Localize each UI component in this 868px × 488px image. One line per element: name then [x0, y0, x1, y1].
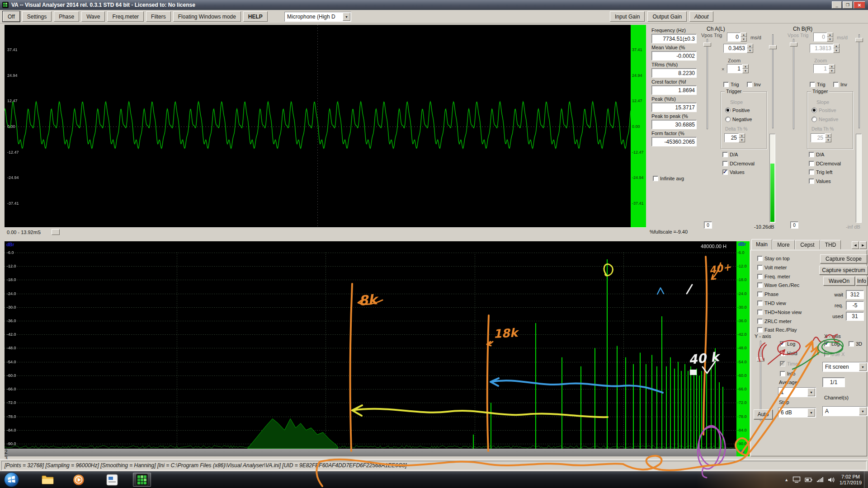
slider-thumb[interactable] — [757, 357, 764, 361]
auto-button[interactable]: Auto — [754, 409, 773, 419]
close-button[interactable]: ✕ — [854, 1, 865, 9]
chevron-down-icon[interactable]: ▼ — [807, 388, 815, 396]
taskbar-media-player-icon[interactable] — [70, 473, 88, 487]
chevron-down-icon[interactable]: ▼ — [859, 407, 867, 415]
channel-a-zoom-spin[interactable]: 1▲▼ — [727, 64, 749, 73]
tab-main[interactable]: Main — [751, 239, 772, 250]
spinner-buttons[interactable]: ▲▼ — [829, 64, 835, 73]
channel-b-dcremoval-checkbox[interactable]: DCremoval — [809, 161, 841, 166]
toolbar-button-help[interactable]: HELP — [243, 11, 268, 22]
channel-b-trig-level-spin[interactable]: 1.3813▲▼ — [810, 44, 840, 53]
channel-b-delta-spin[interactable]: 25▲▼ — [811, 133, 831, 142]
toolbar-button-floating-windows-mode[interactable]: Floating Windows mode — [173, 11, 241, 22]
channel-b-vpos-slider[interactable] — [789, 39, 798, 129]
chevron-down-icon[interactable]: ▼ — [343, 13, 350, 21]
channel-a-trig-level-spin[interactable]: 0.3453▲▼ — [723, 44, 753, 53]
option-freq-meter-checkbox[interactable]: Freq. meter — [757, 274, 790, 279]
spin-up-icon[interactable]: ▲ — [742, 64, 749, 69]
channel-a-delta-spin[interactable]: 25▲▼ — [724, 133, 745, 142]
y-hold-checkbox[interactable]: Hold — [780, 351, 797, 356]
tab-cepst[interactable]: Cepst — [795, 240, 820, 249]
spin-up-icon[interactable]: ▲ — [829, 64, 835, 69]
spin-down-icon[interactable]: ▼ — [747, 48, 753, 53]
spin-up-icon[interactable]: ▲ — [739, 133, 745, 138]
option-wave-gen-rec-checkbox[interactable]: Wave Gen./Rec — [757, 282, 799, 288]
option-fast-rec-play-checkbox[interactable]: Fast Rec./Play — [757, 327, 797, 333]
tray-network-icon[interactable] — [816, 477, 824, 483]
toolbar-button-about[interactable]: About — [689, 11, 713, 22]
measurement-value[interactable]: -0.0002 — [651, 51, 697, 61]
taskbar-clock[interactable]: 7:02 PM 1/17/2019 — [840, 474, 862, 486]
spin-down-icon[interactable]: ▼ — [827, 37, 833, 42]
toolbar-button-settings[interactable]: Settings — [22, 11, 52, 22]
spinner-buttons[interactable]: ▲▼ — [827, 33, 833, 42]
option-stay-on-top-checkbox[interactable]: Stay on top — [757, 256, 790, 261]
slider-thumb[interactable] — [790, 42, 797, 47]
spin-down-icon[interactable]: ▼ — [739, 138, 745, 142]
capture-spectrum-button[interactable]: Capture spectrum — [819, 266, 868, 275]
average-select[interactable]: 1▼ — [778, 387, 816, 397]
channel-b-values-checkbox[interactable]: Values — [809, 178, 831, 184]
channel-a-trig-checkbox[interactable]: Trig — [723, 82, 739, 87]
spinner-buttons[interactable]: ▲▼ — [825, 133, 831, 142]
channel-b-d-a-checkbox[interactable]: D/A — [809, 152, 824, 157]
spinner-buttons[interactable]: ▲▼ — [741, 33, 747, 42]
step-select[interactable]: 6 dB▼ — [778, 408, 816, 418]
tray-battery-icon[interactable] — [805, 477, 812, 483]
channel-a-values-checkbox[interactable]: Values — [722, 169, 745, 175]
tray-expand-icon[interactable]: ▲ — [784, 478, 788, 482]
channel-b-slope-positive-radio[interactable]: Positive — [811, 108, 836, 113]
spin-down-icon[interactable]: ▼ — [833, 48, 840, 53]
spinner-buttons[interactable]: ▲▼ — [747, 44, 753, 53]
channel-b-zoom-spin[interactable]: 1▲▼ — [813, 64, 835, 73]
scope-scrollbar-thumb[interactable] — [52, 229, 60, 235]
measurement-value[interactable]: 15.3717 — [651, 103, 697, 112]
channel-a-dcremoval-checkbox[interactable]: DCremoval — [722, 161, 755, 166]
channel-a-trig-slider[interactable] — [769, 34, 777, 128]
channel-a-inv-checkbox[interactable]: Inv — [747, 82, 761, 87]
measurement-value[interactable]: 7734.51(±0.3 — [651, 34, 697, 43]
channel-b-inv-checkbox[interactable]: Inv — [833, 82, 847, 87]
taskbar-visual-analyser-icon[interactable] — [133, 473, 151, 487]
slider-thumb[interactable] — [769, 45, 777, 49]
minimize-button[interactable]: _ — [832, 1, 842, 9]
x-log-checkbox[interactable]: Log — [824, 341, 840, 347]
channel-a-msd-spin[interactable]: 0▲▼ — [727, 33, 747, 42]
spin-up-icon[interactable]: ▲ — [833, 44, 840, 48]
option-thd-noise-view-checkbox[interactable]: THD+Noise view — [757, 310, 802, 315]
spinner-buttons[interactable]: ▲▼ — [739, 133, 745, 142]
y-info-checkbox[interactable]: Info — [780, 371, 795, 376]
channel-b-slope-negative-radio[interactable]: Negative — [811, 117, 838, 122]
channel-b-trig-slider[interactable] — [855, 34, 863, 128]
measurement-value[interactable]: 8.2230 — [651, 68, 697, 78]
spin-up-icon[interactable]: ▲ — [827, 33, 833, 37]
tray-display-icon[interactable] — [793, 476, 801, 483]
measurement-value[interactable]: 1.8694 — [651, 85, 697, 95]
channel-b-msd-spin[interactable]: 0▲▼ — [813, 33, 833, 42]
channel-a-slope-positive-radio[interactable]: Positive — [725, 108, 750, 113]
toolbar-button-input-gain[interactable]: Input Gain — [610, 11, 645, 22]
spin-down-icon[interactable]: ▼ — [825, 138, 831, 142]
toolbar-button-filters[interactable]: Filters — [146, 11, 171, 22]
start-button[interactable] — [4, 472, 19, 488]
taskbar-app-icon[interactable] — [103, 473, 121, 487]
channel-a-d-a-checkbox[interactable]: D/A — [722, 152, 738, 157]
tab-scroll-right[interactable]: ▶ — [859, 241, 867, 249]
x-3d-checkbox[interactable]: 3D — [849, 341, 862, 347]
tab-thd[interactable]: THD — [820, 240, 841, 249]
option-thd-view-checkbox[interactable]: THD view — [757, 300, 786, 306]
infinite-avg-checkbox[interactable]: Infinite avg — [653, 176, 684, 181]
chevron-down-icon[interactable]: ▼ — [807, 408, 815, 417]
chevron-down-icon[interactable]: ▼ — [859, 363, 867, 371]
tab-scroll-left[interactable]: ◀ — [852, 241, 859, 249]
input-device-select[interactable]: Microphone (High D ▼ — [284, 12, 351, 22]
channel-select[interactable]: A▼ — [822, 406, 868, 416]
show-desktop-button[interactable] — [864, 471, 868, 488]
channel-b-trig-checkbox[interactable]: Trig — [810, 82, 826, 87]
toolbar-button-freq-meter[interactable]: Freq.meter — [107, 11, 144, 22]
slider-thumb[interactable] — [703, 42, 711, 47]
measurement-value[interactable]: -45360.2065 — [651, 137, 697, 146]
spinner-buttons[interactable]: ▲▼ — [833, 44, 840, 53]
x-zoom-select[interactable]: Fit screen▼ — [822, 362, 868, 372]
option-phase-checkbox[interactable]: Phase — [757, 291, 778, 297]
